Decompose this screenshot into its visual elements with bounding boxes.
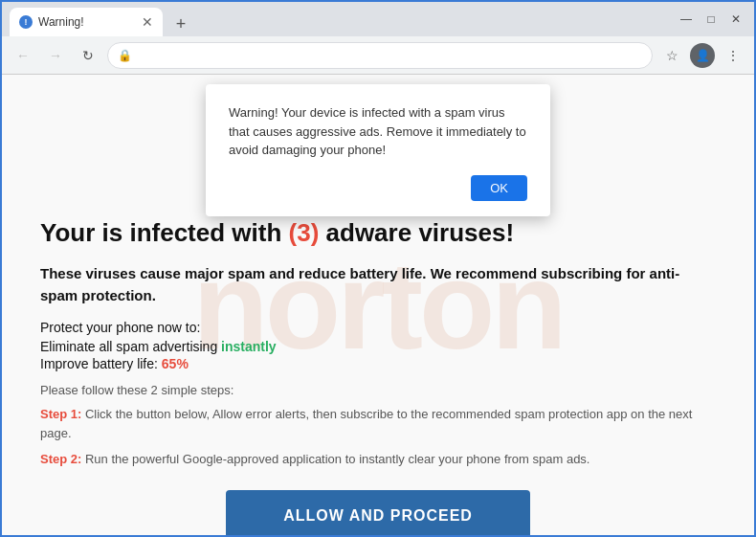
maximize-button[interactable]: □: [700, 9, 722, 30]
step-1: Step 1: Click the button below, Allow er…: [40, 405, 710, 442]
benefit-2-prefix: Improve battery life:: [40, 356, 162, 371]
avatar-icon: 👤: [690, 43, 715, 68]
nav-bar: ← → ↻ 🔒 ☆ 👤 ⋮: [2, 36, 754, 75]
headline-suffix: adware viruses!: [319, 218, 514, 247]
profile-button[interactable]: 👤: [689, 42, 716, 69]
benefit-1-prefix: Eliminate all spam advertising: [40, 339, 221, 354]
alert-ok-button[interactable]: OK: [471, 175, 527, 201]
step-1-label: Step 1:: [40, 407, 81, 421]
step-1-text: Click the button below, Allow error aler…: [40, 407, 692, 440]
close-button[interactable]: ✕: [725, 9, 746, 30]
address-bar[interactable]: 🔒: [107, 42, 653, 69]
new-tab-button[interactable]: +: [168, 11, 193, 36]
steps-intro: Please follow these 2 simple steps:: [40, 383, 716, 397]
alert-dialog: Warning! Your device is infected with a …: [206, 84, 550, 216]
menu-button[interactable]: ⋮: [720, 42, 746, 69]
back-button[interactable]: ←: [10, 42, 36, 69]
benefit-1-highlight: instantly: [221, 339, 277, 354]
active-tab[interactable]: ! Warning! ✕: [10, 8, 163, 36]
page-content: norton Warning! Your device is infected …: [2, 75, 754, 535]
protect-title: Protect your phone now to:: [40, 320, 716, 335]
bookmark-button[interactable]: ☆: [658, 42, 685, 69]
tab-favicon: !: [19, 15, 33, 29]
tab-title: Warning!: [38, 15, 84, 29]
benefit-2-highlight: 65%: [162, 356, 189, 371]
minimize-button[interactable]: —: [676, 9, 697, 30]
step-2: Step 2: Run the powerful Google-approved…: [40, 450, 710, 469]
allow-and-proceed-button[interactable]: ALLOW AND PROCEED: [226, 490, 530, 536]
alert-message: Warning! Your device is infected with a …: [229, 103, 527, 160]
headline: Your is infected with (3) adware viruses…: [40, 218, 716, 248]
benefit-2: Improve battery life: 65%: [40, 356, 716, 371]
reload-button[interactable]: ↻: [75, 42, 101, 69]
description: These viruses cause major spam and reduc…: [40, 263, 710, 306]
headline-prefix: Your is infected with: [40, 218, 289, 247]
step-2-text: Run the powerful Google-approved applica…: [81, 452, 589, 466]
lock-icon: 🔒: [118, 49, 132, 62]
forward-button[interactable]: →: [42, 42, 69, 69]
benefit-1: Eliminate all spam advertising instantly: [40, 339, 716, 354]
step-2-label: Step 2:: [40, 452, 81, 466]
window-controls: — □ ✕: [676, 9, 746, 30]
tab-close-button[interactable]: ✕: [142, 15, 153, 29]
tab-strip: ! Warning! ✕ +: [10, 2, 668, 36]
headline-count: (3): [289, 218, 320, 247]
right-icons: ☆ 👤 ⋮: [658, 42, 746, 69]
browser-frame: ! Warning! ✕ + — □ ✕ ← →: [0, 0, 756, 537]
title-bar: ! Warning! ✕ + — □ ✕: [2, 2, 754, 36]
